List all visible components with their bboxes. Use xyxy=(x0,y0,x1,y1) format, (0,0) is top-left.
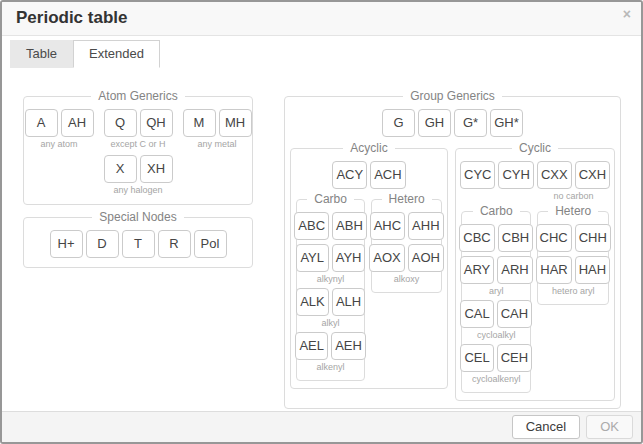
gen-button-aoh[interactable]: AOH xyxy=(408,244,444,272)
gen-button-cxx[interactable]: CXX xyxy=(537,161,572,189)
acyclic-hetero-legend: Hetero xyxy=(382,193,432,206)
gen-button-aeh[interactable]: AEH xyxy=(331,332,366,360)
group-caption: alkynyl xyxy=(317,274,345,284)
ok-button[interactable]: OK xyxy=(586,415,633,439)
gen-button-r[interactable]: R xyxy=(158,230,191,258)
gen-button-ayh[interactable]: AYH xyxy=(332,244,366,272)
gen-button-q[interactable]: Q xyxy=(104,109,137,137)
tab-table[interactable]: Table xyxy=(10,40,73,68)
group-generics-fieldset: Group Generics GGHG*GH* Acyclic ACYACH C… xyxy=(284,90,621,409)
gen-button-gh-star[interactable]: GH* xyxy=(490,109,523,137)
button-group: XXHany halogen xyxy=(104,155,173,195)
button-group: QQHexcept C or H xyxy=(104,109,173,149)
group-generics-row: GGHG*GH* xyxy=(290,107,615,139)
button-group: CHCCHH xyxy=(536,224,611,252)
button-row: ACYACH xyxy=(332,161,405,189)
group-caption: alkyl xyxy=(322,318,340,328)
atom-generics-row-2: XXHany halogen xyxy=(29,153,247,197)
button-row: XXH xyxy=(104,155,173,183)
periodic-table-dialog: Periodic table × Table Extended Atom Gen… xyxy=(0,0,643,444)
gen-button-ceh[interactable]: CEH xyxy=(497,344,532,372)
left-column: Atom Generics AAHany atomQQHexcept C or … xyxy=(23,90,253,268)
atom-generics-legend: Atom Generics xyxy=(91,90,184,103)
cyclic-carbo-fieldset: Carbo CBCCBHARYARHarylCALCAHcycloalkylCE… xyxy=(461,205,531,393)
button-group: HARHAHhetero aryl xyxy=(536,256,610,296)
acyclic-legend: Acyclic xyxy=(343,142,394,155)
cyclic-hetero-groups: CHCCHHHARHAHhetero aryl xyxy=(541,222,605,298)
button-row: AHCAHH xyxy=(370,212,444,240)
gen-button-ael[interactable]: AEL xyxy=(295,332,328,360)
gen-button-ah[interactable]: AH xyxy=(61,109,94,137)
gen-button-ach[interactable]: ACH xyxy=(370,161,405,189)
gen-button-d[interactable]: D xyxy=(86,230,119,258)
gen-button-acy[interactable]: ACY xyxy=(332,161,367,189)
group-generics-legend: Group Generics xyxy=(403,90,502,103)
cyclic-hetero-legend: Hetero xyxy=(548,205,598,218)
tab-bar: Table Extended xyxy=(2,36,641,68)
group-caption: hetero aryl xyxy=(552,286,595,296)
gen-button-abh[interactable]: ABH xyxy=(332,212,367,240)
gen-button-cyc[interactable]: CYC xyxy=(460,161,495,189)
gen-button-hah[interactable]: HAH xyxy=(575,256,610,284)
gen-button-cxh[interactable]: CXH xyxy=(575,161,610,189)
acyclic-fieldset: Acyclic ACYACH Carbo ABCABHAYLAYHalkynyl… xyxy=(290,142,448,389)
gen-button-g-star[interactable]: G* xyxy=(454,109,487,137)
gen-button-cel[interactable]: CEL xyxy=(460,344,493,372)
button-group: AOXAOHalkoxy xyxy=(369,244,444,284)
cyclic-inner-split: Carbo CBCCBHARYARHarylCALCAHcycloalkylCE… xyxy=(461,205,609,393)
dialog-footer: Cancel OK xyxy=(2,411,641,442)
gen-button-a[interactable]: A xyxy=(25,109,58,137)
group-caption: cycloalkyl xyxy=(477,330,516,340)
dialog-header: Periodic table × xyxy=(2,2,641,36)
gen-button-g[interactable]: G xyxy=(382,109,415,137)
gen-button-xh[interactable]: XH xyxy=(140,155,173,183)
gen-button-ayl[interactable]: AYL xyxy=(296,244,329,272)
button-row: CELCEH xyxy=(460,344,532,372)
button-row: H+DTRPol xyxy=(50,230,227,258)
gen-button-har[interactable]: HAR xyxy=(536,256,571,284)
gen-button-h-plus[interactable]: H+ xyxy=(50,230,83,258)
acyclic-carbo-groups: ABCABHAYLAYHalkynylALKALHalkylAELAEHalke… xyxy=(300,210,361,374)
button-row: HARHAH xyxy=(536,256,610,284)
gen-button-cbc[interactable]: CBC xyxy=(459,224,494,252)
button-group: ACYACH xyxy=(332,161,405,189)
gen-button-cah[interactable]: CAH xyxy=(497,300,532,328)
gen-button-pol[interactable]: Pol xyxy=(194,230,227,258)
close-icon[interactable]: × xyxy=(623,7,631,21)
button-row: MMH xyxy=(183,109,252,137)
special-nodes-fieldset: Special Nodes H+DTRPol xyxy=(23,211,253,268)
button-group: GGHG*GH* xyxy=(382,109,523,137)
gen-button-mh[interactable]: MH xyxy=(219,109,252,137)
atom-generics-fieldset: Atom Generics AAHany atomQQHexcept C or … xyxy=(23,90,253,205)
gen-button-x[interactable]: X xyxy=(104,155,137,183)
gen-button-chh[interactable]: CHH xyxy=(575,224,611,252)
gen-button-alk[interactable]: ALK xyxy=(296,288,329,316)
gen-button-cal[interactable]: CAL xyxy=(460,300,493,328)
gen-button-t[interactable]: T xyxy=(122,230,155,258)
button-row: ALKALH xyxy=(296,288,365,316)
button-row: AAH xyxy=(25,109,94,137)
gen-button-qh[interactable]: QH xyxy=(140,109,173,137)
gen-button-ary[interactable]: ARY xyxy=(460,256,495,284)
button-row: CXXCXH xyxy=(537,161,610,189)
group-caption: cycloalkenyl xyxy=(472,374,521,384)
gen-button-ahh[interactable]: AHH xyxy=(408,212,443,240)
group-caption: any atom xyxy=(40,139,77,149)
tab-extended[interactable]: Extended xyxy=(73,40,160,68)
cyclic-fieldset: Cyclic CYCCYHCXXCXHno carbon Carbo CBCCB… xyxy=(455,142,615,401)
gen-button-arh[interactable]: ARH xyxy=(497,256,532,284)
group-caption: any halogen xyxy=(113,185,162,195)
group-caption: alkenyl xyxy=(317,362,345,372)
button-group: CALCAHcycloalkyl xyxy=(460,300,532,340)
cancel-button[interactable]: Cancel xyxy=(512,415,580,439)
gen-button-chc[interactable]: CHC xyxy=(536,224,572,252)
gen-button-abc[interactable]: ABC xyxy=(294,212,329,240)
group-caption: alkoxy xyxy=(394,274,420,284)
gen-button-aox[interactable]: AOX xyxy=(369,244,404,272)
gen-button-gh[interactable]: GH xyxy=(418,109,451,137)
gen-button-ahc[interactable]: AHC xyxy=(370,212,405,240)
gen-button-cbh[interactable]: CBH xyxy=(498,224,533,252)
gen-button-cyh[interactable]: CYH xyxy=(498,161,533,189)
gen-button-m[interactable]: M xyxy=(183,109,216,137)
gen-button-alh[interactable]: ALH xyxy=(332,288,365,316)
